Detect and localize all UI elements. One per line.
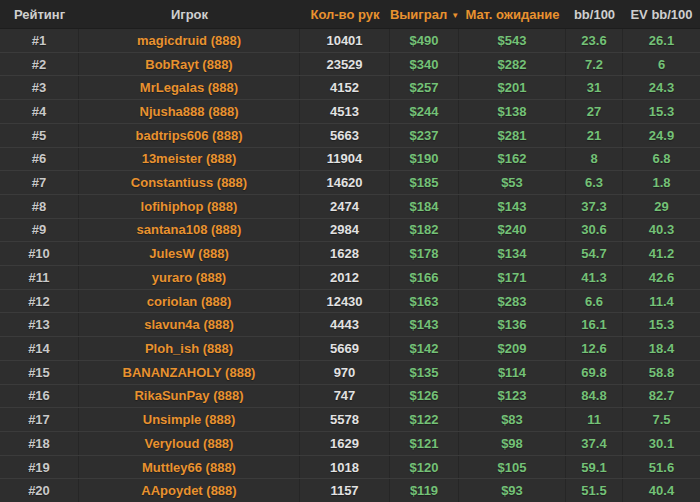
won-cell: $135: [390, 361, 459, 384]
hands-cell: 5578: [300, 408, 390, 431]
player-link[interactable]: badtrips606 (888): [79, 124, 300, 147]
rank-cell: #3: [0, 76, 79, 99]
expectation-cell: $93: [459, 479, 566, 502]
ev-bb100-cell: 42.6: [623, 266, 700, 289]
bb100-cell: 37.3: [566, 195, 623, 218]
hands-cell: 10401: [300, 29, 390, 52]
hands-cell: 2984: [300, 219, 390, 242]
player-link[interactable]: BANANZAHOLY (888): [79, 361, 300, 384]
expectation-cell: $83: [459, 408, 566, 431]
player-link[interactable]: Constantiuss (888): [79, 171, 300, 194]
player-link[interactable]: MrLegalas (888): [79, 76, 300, 99]
player-link[interactable]: JulesW (888): [79, 242, 300, 265]
bb100-cell: 7.2: [566, 53, 623, 76]
table-row: #9 santana108 (888) 2984 $182 $240 30.6 …: [0, 218, 700, 242]
column-header-won[interactable]: Выиграл ▼: [390, 0, 459, 28]
ev-bb100-cell: 15.3: [623, 313, 700, 336]
player-link[interactable]: yuraro (888): [79, 266, 300, 289]
column-header-player-label: Игрок: [171, 7, 208, 22]
player-link[interactable]: Njusha888 (888): [79, 100, 300, 123]
player-link[interactable]: AApoydet (888): [79, 479, 300, 502]
table-row: #2 BobRayt (888) 23529 $340 $282 7.2 6: [0, 52, 700, 76]
bb100-cell: 84.8: [566, 385, 623, 408]
bb100-cell: 6.3: [566, 171, 623, 194]
won-cell: $257: [390, 76, 459, 99]
column-header-ev-bb100[interactable]: EV bb/100: [623, 0, 700, 28]
table-row: #7 Constantiuss (888) 14620 $185 $53 6.3…: [0, 170, 700, 194]
rank-cell: #4: [0, 100, 79, 123]
won-cell: $178: [390, 242, 459, 265]
bb100-cell: 12.6: [566, 337, 623, 360]
bb100-cell: 31: [566, 76, 623, 99]
bb100-cell: 6.6: [566, 290, 623, 313]
bb100-cell: 54.7: [566, 242, 623, 265]
player-link[interactable]: Ploh_ish (888): [79, 337, 300, 360]
rank-cell: #1: [0, 29, 79, 52]
hands-cell: 747: [300, 385, 390, 408]
hands-cell: 4152: [300, 76, 390, 99]
expectation-cell: $283: [459, 290, 566, 313]
column-header-won-label: Выиграл: [390, 7, 447, 22]
ev-bb100-cell: 15.3: [623, 100, 700, 123]
won-cell: $185: [390, 171, 459, 194]
ev-bb100-cell: 11.4: [623, 290, 700, 313]
won-cell: $122: [390, 408, 459, 431]
ev-bb100-cell: 18.4: [623, 337, 700, 360]
table-row: #5 badtrips606 (888) 5663 $237 $281 21 2…: [0, 123, 700, 147]
ev-bb100-cell: 41.2: [623, 242, 700, 265]
bb100-cell: 8: [566, 148, 623, 171]
rank-cell: #10: [0, 242, 79, 265]
rank-cell: #5: [0, 124, 79, 147]
table-row: #12 coriolan (888) 12430 $163 $283 6.6 1…: [0, 289, 700, 313]
won-cell: $143: [390, 313, 459, 336]
table-row: #13 slavun4a (888) 4443 $143 $136 16.1 1…: [0, 312, 700, 336]
player-link[interactable]: 13meister (888): [79, 148, 300, 171]
rank-cell: #8: [0, 195, 79, 218]
won-cell: $490: [390, 29, 459, 52]
won-cell: $120: [390, 456, 459, 479]
ev-bb100-cell: 40.3: [623, 219, 700, 242]
hands-cell: 23529: [300, 53, 390, 76]
player-link[interactable]: slavun4a (888): [79, 313, 300, 336]
player-link[interactable]: RikaSunPay (888): [79, 385, 300, 408]
player-link[interactable]: magicdruid (888): [79, 29, 300, 52]
expectation-cell: $98: [459, 432, 566, 455]
expectation-cell: $543: [459, 29, 566, 52]
table-row: #6 13meister (888) 11904 $190 $162 8 6.8: [0, 147, 700, 171]
column-header-hands[interactable]: Кол-во рук: [300, 0, 390, 28]
bb100-cell: 27: [566, 100, 623, 123]
table-row: #4 Njusha888 (888) 4513 $244 $138 27 15.…: [0, 99, 700, 123]
table-row: #8 lofihiphop (888) 2474 $184 $143 37.3 …: [0, 194, 700, 218]
column-header-rating[interactable]: Рейтинг: [0, 0, 79, 28]
expectation-cell: $123: [459, 385, 566, 408]
bb100-cell: 69.8: [566, 361, 623, 384]
table-row: #18 Veryloud (888) 1629 $121 $98 37.4 30…: [0, 431, 700, 455]
expectation-cell: $162: [459, 148, 566, 171]
won-cell: $119: [390, 479, 459, 502]
player-link[interactable]: Veryloud (888): [79, 432, 300, 455]
bb100-cell: 51.5: [566, 479, 623, 502]
won-cell: $182: [390, 219, 459, 242]
player-link[interactable]: lofihiphop (888): [79, 195, 300, 218]
won-cell: $184: [390, 195, 459, 218]
table-row: #20 AApoydet (888) 1157 $119 $93 51.5 40…: [0, 478, 700, 502]
ev-bb100-cell: 29: [623, 195, 700, 218]
expectation-cell: $209: [459, 337, 566, 360]
column-header-bb100[interactable]: bb/100: [566, 0, 623, 28]
player-link[interactable]: coriolan (888): [79, 290, 300, 313]
column-header-expectation-label: Мат. ожидание: [465, 7, 559, 22]
ev-bb100-cell: 6: [623, 53, 700, 76]
player-link[interactable]: Muttley66 (888): [79, 456, 300, 479]
expectation-cell: $281: [459, 124, 566, 147]
hands-cell: 5669: [300, 337, 390, 360]
column-header-player[interactable]: Игрок: [79, 0, 300, 28]
player-link[interactable]: Unsimple (888): [79, 408, 300, 431]
ev-bb100-cell: 1.8: [623, 171, 700, 194]
player-link[interactable]: santana108 (888): [79, 219, 300, 242]
expectation-cell: $136: [459, 313, 566, 336]
table-row: #15 BANANZAHOLY (888) 970 $135 $114 69.8…: [0, 360, 700, 384]
table-row: #19 Muttley66 (888) 1018 $120 $105 59.1 …: [0, 455, 700, 479]
bb100-cell: 11: [566, 408, 623, 431]
player-link[interactable]: BobRayt (888): [79, 53, 300, 76]
column-header-expectation[interactable]: Мат. ожидание: [459, 0, 566, 28]
